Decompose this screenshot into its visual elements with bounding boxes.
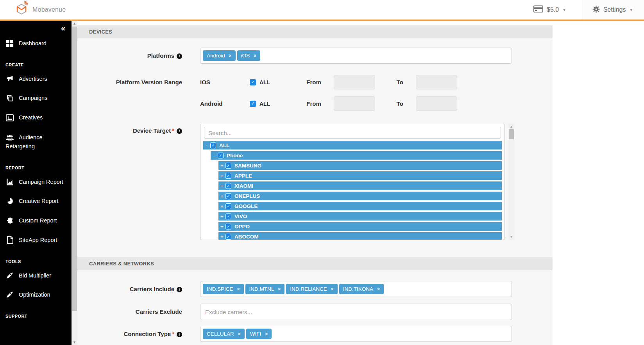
node-checkbox[interactable]: ✓: [225, 224, 231, 229]
node-checkbox[interactable]: ✓: [225, 173, 231, 179]
tree-scrollbar-thumb[interactable]: [509, 129, 514, 139]
mobavenue-logo-icon: [14, 1, 30, 18]
sidebar-item-siteapp-report[interactable]: SiteApp Report: [0, 231, 72, 250]
connection-type-row: Connection Type*i CELLULAR × WIFI ×: [77, 326, 553, 342]
expand-node-icon[interactable]: +: [218, 193, 225, 199]
carrier-tag: IND.TIKONA ×: [339, 284, 384, 294]
sidebar-item-campaigns[interactable]: Campaigns: [0, 89, 72, 108]
sidebar-item-label: Campaigns: [19, 95, 47, 101]
tree-node-google[interactable]: + ✓ GOOGLE: [218, 202, 502, 210]
tree-node-oppo[interactable]: + ✓ OPPO: [218, 222, 502, 231]
all-label: ALL: [259, 101, 270, 107]
tree-node-abocom[interactable]: + ✓ ABOCOM: [218, 232, 502, 240]
node-checkbox[interactable]: ✓: [225, 183, 231, 189]
settings-dropdown[interactable]: Settings ▾: [582, 0, 644, 20]
sidebar-item-creatives[interactable]: Creatives: [0, 108, 72, 128]
tree-node-vivo[interactable]: + ✓ VIVO: [218, 212, 502, 221]
sidebar-collapse-button[interactable]: «: [0, 23, 72, 34]
gear-icon: [592, 5, 600, 14]
carriers-exclude-label: Carriers Exclude: [77, 308, 200, 315]
page-scrollbar-thumb[interactable]: [72, 27, 77, 311]
sidebar-item-custom-report[interactable]: Custom Report: [0, 211, 72, 231]
connection-type-input[interactable]: CELLULAR × WIFI ×: [200, 326, 512, 342]
credit-card-icon: [533, 5, 543, 14]
tree-node-xiaomi[interactable]: + ✓ XIAOMI: [218, 181, 502, 190]
node-checkbox[interactable]: ✓: [225, 193, 231, 199]
sidebar-item-label: Creatives: [19, 114, 43, 121]
required-asterisk: *: [172, 331, 174, 337]
node-checkbox[interactable]: ✓: [225, 213, 231, 219]
sidebar-item-label: SiteApp Report: [19, 237, 57, 243]
scroll-down-icon[interactable]: ▼: [508, 235, 514, 239]
remove-tag-icon[interactable]: ×: [238, 331, 241, 337]
os-label-android: Android: [200, 100, 250, 107]
expand-node-icon[interactable]: +: [218, 224, 225, 229]
all-label: ALL: [259, 79, 270, 85]
brand-name: Mobavenue: [32, 6, 66, 13]
expand-node-icon[interactable]: +: [218, 163, 225, 169]
android-all-checkbox[interactable]: ✓: [250, 101, 256, 107]
expand-node-icon[interactable]: +: [218, 183, 225, 189]
collapse-node-icon[interactable]: -: [203, 142, 210, 148]
tree-scrollbar[interactable]: ▲ ▼: [508, 124, 514, 240]
sidebar-item-label: Advertisers: [19, 76, 47, 82]
scroll-up-icon[interactable]: ▲: [508, 125, 514, 128]
carriers-include-input[interactable]: IND.SPICE × IND.MTNL × IND.RELIANCE × IN…: [200, 281, 512, 297]
sidebar-item-creative-report[interactable]: Creative Report: [0, 192, 72, 211]
sidebar-item-audience-retargeting[interactable]: Audience Retargeting: [0, 128, 72, 156]
sidebar-heading-report: REPORT: [0, 156, 72, 172]
sidebar-item-label: Campaign Report: [19, 179, 63, 185]
node-checkbox[interactable]: ✓: [225, 203, 231, 209]
device-target-label: Device Target*i: [77, 124, 200, 134]
info-icon: i: [177, 287, 182, 292]
remove-tag-icon[interactable]: ×: [229, 53, 232, 59]
rocket-icon: [5, 291, 14, 299]
platform-tag: iOS ×: [237, 50, 261, 61]
sidebar-item-bid-multiplier[interactable]: Bid Multiplier: [0, 266, 72, 285]
remove-tag-icon[interactable]: ×: [265, 331, 268, 337]
pie-chart-icon: [5, 197, 14, 206]
node-checkbox[interactable]: ✓: [218, 153, 224, 158]
tree-node-samsung[interactable]: + ✓ SAMSUNG: [218, 161, 502, 170]
remove-tag-icon[interactable]: ×: [377, 286, 380, 292]
remove-tag-icon[interactable]: ×: [331, 286, 334, 292]
sidebar-item-optimization[interactable]: Optimization: [0, 285, 72, 304]
sidebar-item-advertisers[interactable]: Advertisers: [0, 69, 72, 89]
node-checkbox[interactable]: ✓: [210, 142, 216, 148]
platform-version-range-label: Platform Version Range: [77, 79, 200, 86]
sidebar-item-dashboard[interactable]: Dashboard: [0, 34, 72, 53]
page-scrollbar[interactable]: ▲ ▼: [72, 21, 77, 345]
brand-logo[interactable]: Mobavenue: [14, 0, 66, 20]
expand-node-icon[interactable]: +: [218, 234, 225, 240]
platforms-input[interactable]: Android × iOS ×: [200, 48, 512, 64]
sidebar-item-campaign-report[interactable]: Campaign Report: [0, 172, 72, 192]
platforms-label: Platformsi: [77, 52, 200, 59]
node-checkbox[interactable]: ✓: [225, 163, 231, 169]
connection-tag: CELLULAR ×: [203, 329, 245, 339]
carriers-exclude-input[interactable]: [200, 304, 512, 320]
from-label: From: [306, 79, 321, 85]
expand-node-icon[interactable]: +: [218, 203, 225, 209]
balance-dropdown[interactable]: $5.0 ▾: [526, 0, 582, 20]
carriers-include-label: Carriers Includei: [77, 286, 200, 293]
carrier-tag: IND.SPICE ×: [203, 284, 244, 294]
android-version-to-input: [416, 96, 457, 111]
node-checkbox[interactable]: ✓: [225, 234, 231, 240]
expand-node-icon[interactable]: +: [218, 173, 225, 179]
tree-node-all[interactable]: - ✓ ALL: [203, 141, 502, 149]
remove-tag-icon[interactable]: ×: [278, 286, 281, 292]
tree-node-oneplus[interactable]: + ✓ ONEPLUS: [218, 192, 502, 200]
carrier-tag: IND.MTNL ×: [245, 284, 285, 294]
device-target-search-input[interactable]: [204, 127, 501, 139]
tree-node-apple[interactable]: + ✓ APPLE: [218, 171, 502, 180]
collapse-node-icon[interactable]: -: [211, 153, 218, 158]
ios-all-checkbox[interactable]: ✓: [250, 79, 256, 85]
tree-node-phone[interactable]: - ✓ Phone: [211, 151, 502, 160]
expand-node-icon[interactable]: +: [218, 213, 225, 219]
remove-tag-icon[interactable]: ×: [237, 286, 240, 292]
chevron-down-icon: ▾: [563, 7, 565, 12]
scroll-down-icon[interactable]: ▼: [72, 340, 77, 344]
scroll-up-icon[interactable]: ▲: [72, 21, 77, 25]
sidebar-item-label: Creative Report: [19, 198, 59, 204]
remove-tag-icon[interactable]: ×: [254, 53, 256, 59]
